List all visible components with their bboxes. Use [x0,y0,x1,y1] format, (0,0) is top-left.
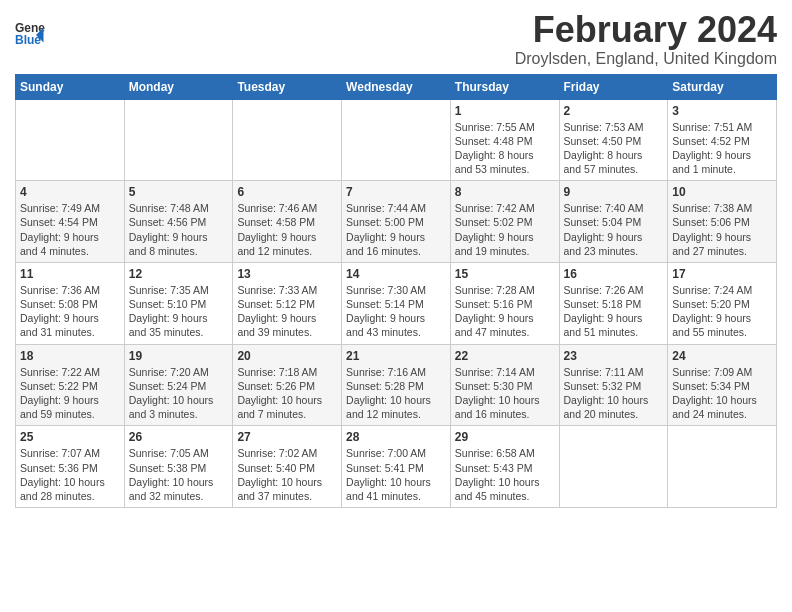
calendar-cell: 29Sunrise: 6:58 AM Sunset: 5:43 PM Dayli… [450,426,559,508]
week-row-5: 25Sunrise: 7:07 AM Sunset: 5:36 PM Dayli… [16,426,777,508]
header-day-friday: Friday [559,74,668,99]
day-info: Sunrise: 7:53 AM Sunset: 4:50 PM Dayligh… [564,121,644,176]
day-number: 7 [346,185,446,199]
week-row-4: 18Sunrise: 7:22 AM Sunset: 5:22 PM Dayli… [16,344,777,426]
calendar-cell: 5Sunrise: 7:48 AM Sunset: 4:56 PM Daylig… [124,181,233,263]
day-info: Sunrise: 7:00 AM Sunset: 5:41 PM Dayligh… [346,447,431,502]
day-info: Sunrise: 7:02 AM Sunset: 5:40 PM Dayligh… [237,447,322,502]
day-info: Sunrise: 7:46 AM Sunset: 4:58 PM Dayligh… [237,202,317,257]
week-row-2: 4Sunrise: 7:49 AM Sunset: 4:54 PM Daylig… [16,181,777,263]
header-row: SundayMondayTuesdayWednesdayThursdayFrid… [16,74,777,99]
calendar-cell: 16Sunrise: 7:26 AM Sunset: 5:18 PM Dayli… [559,262,668,344]
header-day-wednesday: Wednesday [342,74,451,99]
day-info: Sunrise: 7:07 AM Sunset: 5:36 PM Dayligh… [20,447,105,502]
day-number: 17 [672,267,772,281]
day-info: Sunrise: 7:35 AM Sunset: 5:10 PM Dayligh… [129,284,209,339]
calendar-cell: 12Sunrise: 7:35 AM Sunset: 5:10 PM Dayli… [124,262,233,344]
calendar-cell: 1Sunrise: 7:55 AM Sunset: 4:48 PM Daylig… [450,99,559,181]
day-number: 12 [129,267,229,281]
day-number: 14 [346,267,446,281]
calendar-cell: 25Sunrise: 7:07 AM Sunset: 5:36 PM Dayli… [16,426,125,508]
day-number: 28 [346,430,446,444]
day-number: 23 [564,349,664,363]
calendar-cell: 2Sunrise: 7:53 AM Sunset: 4:50 PM Daylig… [559,99,668,181]
header-day-tuesday: Tuesday [233,74,342,99]
day-info: Sunrise: 7:24 AM Sunset: 5:20 PM Dayligh… [672,284,752,339]
location-subtitle: Droylsden, England, United Kingdom [515,50,777,68]
day-info: Sunrise: 7:22 AM Sunset: 5:22 PM Dayligh… [20,366,100,421]
day-info: Sunrise: 7:20 AM Sunset: 5:24 PM Dayligh… [129,366,214,421]
day-info: Sunrise: 7:18 AM Sunset: 5:26 PM Dayligh… [237,366,322,421]
day-info: Sunrise: 7:28 AM Sunset: 5:16 PM Dayligh… [455,284,535,339]
calendar-header: SundayMondayTuesdayWednesdayThursdayFrid… [16,74,777,99]
title-area: February 2024 Droylsden, England, United… [515,10,777,68]
day-number: 24 [672,349,772,363]
calendar-cell: 8Sunrise: 7:42 AM Sunset: 5:02 PM Daylig… [450,181,559,263]
calendar-cell: 18Sunrise: 7:22 AM Sunset: 5:22 PM Dayli… [16,344,125,426]
week-row-3: 11Sunrise: 7:36 AM Sunset: 5:08 PM Dayli… [16,262,777,344]
calendar-cell: 22Sunrise: 7:14 AM Sunset: 5:30 PM Dayli… [450,344,559,426]
day-info: Sunrise: 7:11 AM Sunset: 5:32 PM Dayligh… [564,366,649,421]
calendar-cell: 28Sunrise: 7:00 AM Sunset: 5:41 PM Dayli… [342,426,451,508]
day-info: Sunrise: 7:48 AM Sunset: 4:56 PM Dayligh… [129,202,209,257]
day-info: Sunrise: 7:51 AM Sunset: 4:52 PM Dayligh… [672,121,752,176]
calendar-cell: 23Sunrise: 7:11 AM Sunset: 5:32 PM Dayli… [559,344,668,426]
day-info: Sunrise: 7:42 AM Sunset: 5:02 PM Dayligh… [455,202,535,257]
day-info: Sunrise: 7:44 AM Sunset: 5:00 PM Dayligh… [346,202,426,257]
day-number: 18 [20,349,120,363]
day-number: 26 [129,430,229,444]
day-info: Sunrise: 7:49 AM Sunset: 4:54 PM Dayligh… [20,202,100,257]
calendar-cell: 11Sunrise: 7:36 AM Sunset: 5:08 PM Dayli… [16,262,125,344]
calendar-cell: 26Sunrise: 7:05 AM Sunset: 5:38 PM Dayli… [124,426,233,508]
header: General Blue February 2024 Droylsden, En… [15,10,777,68]
day-number: 27 [237,430,337,444]
calendar-cell: 20Sunrise: 7:18 AM Sunset: 5:26 PM Dayli… [233,344,342,426]
day-number: 21 [346,349,446,363]
day-info: Sunrise: 7:16 AM Sunset: 5:28 PM Dayligh… [346,366,431,421]
day-number: 13 [237,267,337,281]
calendar-cell: 3Sunrise: 7:51 AM Sunset: 4:52 PM Daylig… [668,99,777,181]
day-info: Sunrise: 7:30 AM Sunset: 5:14 PM Dayligh… [346,284,426,339]
day-info: Sunrise: 7:33 AM Sunset: 5:12 PM Dayligh… [237,284,317,339]
day-info: Sunrise: 7:05 AM Sunset: 5:38 PM Dayligh… [129,447,214,502]
month-title: February 2024 [515,10,777,50]
day-number: 29 [455,430,555,444]
day-number: 1 [455,104,555,118]
calendar-cell [16,99,125,181]
day-info: Sunrise: 7:36 AM Sunset: 5:08 PM Dayligh… [20,284,100,339]
day-number: 4 [20,185,120,199]
day-number: 25 [20,430,120,444]
day-number: 10 [672,185,772,199]
calendar-cell: 7Sunrise: 7:44 AM Sunset: 5:00 PM Daylig… [342,181,451,263]
calendar-cell [233,99,342,181]
calendar-cell [668,426,777,508]
day-number: 2 [564,104,664,118]
calendar-cell: 21Sunrise: 7:16 AM Sunset: 5:28 PM Dayli… [342,344,451,426]
day-info: Sunrise: 7:14 AM Sunset: 5:30 PM Dayligh… [455,366,540,421]
calendar-cell: 14Sunrise: 7:30 AM Sunset: 5:14 PM Dayli… [342,262,451,344]
calendar-table: SundayMondayTuesdayWednesdayThursdayFrid… [15,74,777,508]
day-number: 9 [564,185,664,199]
calendar-body: 1Sunrise: 7:55 AM Sunset: 4:48 PM Daylig… [16,99,777,507]
day-info: Sunrise: 7:09 AM Sunset: 5:34 PM Dayligh… [672,366,757,421]
calendar-cell: 19Sunrise: 7:20 AM Sunset: 5:24 PM Dayli… [124,344,233,426]
calendar-cell: 15Sunrise: 7:28 AM Sunset: 5:16 PM Dayli… [450,262,559,344]
day-info: Sunrise: 7:26 AM Sunset: 5:18 PM Dayligh… [564,284,644,339]
day-number: 3 [672,104,772,118]
day-info: Sunrise: 6:58 AM Sunset: 5:43 PM Dayligh… [455,447,540,502]
calendar-cell: 10Sunrise: 7:38 AM Sunset: 5:06 PM Dayli… [668,181,777,263]
logo: General Blue [15,18,49,48]
day-number: 6 [237,185,337,199]
calendar-cell [559,426,668,508]
header-day-thursday: Thursday [450,74,559,99]
day-number: 5 [129,185,229,199]
header-day-monday: Monday [124,74,233,99]
calendar-cell: 4Sunrise: 7:49 AM Sunset: 4:54 PM Daylig… [16,181,125,263]
day-number: 16 [564,267,664,281]
header-day-saturday: Saturday [668,74,777,99]
calendar-cell [124,99,233,181]
day-info: Sunrise: 7:55 AM Sunset: 4:48 PM Dayligh… [455,121,535,176]
calendar-cell: 24Sunrise: 7:09 AM Sunset: 5:34 PM Dayli… [668,344,777,426]
calendar-cell: 13Sunrise: 7:33 AM Sunset: 5:12 PM Dayli… [233,262,342,344]
calendar-cell [342,99,451,181]
